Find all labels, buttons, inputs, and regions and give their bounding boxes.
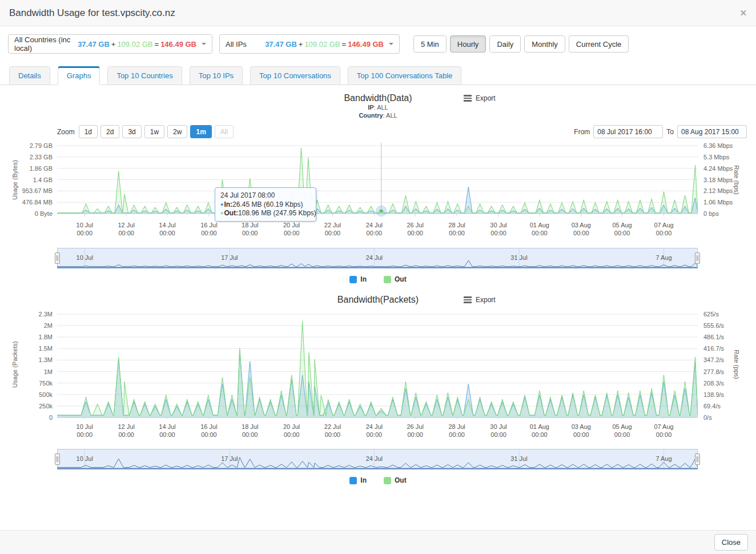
y-axis-left-title: Usage (Bytes) <box>11 160 18 200</box>
y-axis-left-tick: 1.5M <box>2 344 53 352</box>
navigator-label: 24 Jul <box>366 455 383 462</box>
legend-swatch-icon <box>349 276 357 283</box>
tab-top-100-conversations-table[interactable]: Top 100 Conversations Table <box>348 66 461 85</box>
zoom-button-3d[interactable]: 3d <box>122 125 141 138</box>
y-axis-left-tick: 1.8M <box>2 333 53 341</box>
y-axis-right-tick: 2.12 Mbps <box>703 187 733 195</box>
y-axis-right-tick: 416.7/s <box>703 344 724 352</box>
period-button-current-cycle[interactable]: Current Cycle <box>569 35 629 53</box>
close-button[interactable]: Close <box>714 534 748 551</box>
to-date-input[interactable] <box>677 125 747 138</box>
y-axis-right-tick: 69.4/s <box>703 402 721 410</box>
y-axis-left-tick: 250k <box>2 402 53 410</box>
tab-details[interactable]: Details <box>9 66 50 85</box>
y-axis-right-tick: 486.1/s <box>703 333 724 341</box>
chevron-down-icon <box>389 43 393 45</box>
x-axis-tick-label: 05 Aug00:00 <box>598 423 646 439</box>
out-total-value: 109.02 GB <box>304 40 340 49</box>
plot-canvas[interactable] <box>57 142 698 220</box>
navigator-handle-right[interactable] <box>695 453 700 465</box>
y-axis-right-tick: 347.2/s <box>703 356 724 364</box>
period-button-5-min[interactable]: 5 Min <box>413 35 447 53</box>
navigator-handle-left[interactable] <box>55 453 60 465</box>
x-axis-tick-label: 01 Aug00:00 <box>516 423 564 439</box>
y-axis-right-tick: 138.9/s <box>703 391 724 399</box>
legend-swatch-icon <box>349 477 357 484</box>
chart-head: Bandwidth(Data) Export <box>0 93 756 103</box>
tab-top-10-countries[interactable]: Top 10 Countries <box>107 66 182 85</box>
legend-item-out[interactable]: Out <box>384 476 407 484</box>
x-axis-tick-label: 10 Jul00:00 <box>61 221 108 237</box>
export-menu-button[interactable]: Export <box>464 296 496 304</box>
x-axis-tick-label: 26 Jul00:00 <box>391 221 439 237</box>
zoom-row: Zoom 1d2d3d1w2w1mAll From To <box>57 125 747 138</box>
tab-bar: DetailsGraphsTop 10 CountriesTop 10 IPsT… <box>0 66 756 85</box>
range-navigator[interactable]: 10 Jul17 Jul24 Jul31 Jul7 Aug <box>57 248 698 268</box>
from-date-input[interactable] <box>593 125 663 138</box>
zoom-button-1d[interactable]: 1d <box>79 125 98 138</box>
legend-swatch-icon <box>384 276 391 283</box>
period-button-monthly[interactable]: Monthly <box>524 35 565 53</box>
x-axis-tick-label: 18 Jul00:00 <box>226 423 274 439</box>
ips-filter-values: 37.47 GB+ 109.02 GB = 146.49 GB <box>265 40 393 49</box>
from-label: From <box>574 128 590 136</box>
bandwidth-data-chart-section: Bandwidth(Data) Export IP: ALL Country: … <box>0 93 756 283</box>
series-dot-icon: ● <box>220 202 223 207</box>
navigator-label: 10 Jul <box>77 455 93 462</box>
y-axis-right-title: Rate (pps) <box>733 350 740 379</box>
chart-head: Bandwidth(Packets) Export <box>0 295 756 305</box>
y-axis-right-tick: 3.18 Mbps <box>703 176 733 184</box>
export-label: Export <box>476 296 496 304</box>
navigator-label: 31 Jul <box>510 254 527 261</box>
tab-top-10-conversations[interactable]: Top 10 Conversations <box>250 66 340 85</box>
chart-subtitle: IP: ALL Country: ALL <box>0 103 756 119</box>
zoom-button-1w[interactable]: 1w <box>144 125 164 138</box>
range-navigator[interactable]: 10 Jul17 Jul24 Jul31 Jul7 Aug <box>57 449 698 469</box>
y-axis-left-tick: 1.3M <box>2 356 53 364</box>
x-axis-tick-label: 01 Aug00:00 <box>516 221 564 237</box>
x-axis-tick-label: 18 Jul00:00 <box>226 221 274 237</box>
countries-filter-dropdown[interactable]: All Countries (inc local) 37.47 GB+ 109.… <box>8 34 212 54</box>
legend-item-in[interactable]: In <box>349 275 367 283</box>
hamburger-icon <box>464 95 472 102</box>
navigator-label: 31 Jul <box>510 455 527 462</box>
period-button-hourly[interactable]: Hourly <box>450 35 486 53</box>
series-dot-icon: ● <box>220 210 223 216</box>
legend-item-out[interactable]: Out <box>384 275 407 283</box>
y-axis-left-tick: 0 <box>2 414 53 421</box>
legend-item-in[interactable]: In <box>349 476 367 484</box>
period-button-group: 5 MinHourlyDailyMonthlyCurrent Cycle <box>413 35 629 53</box>
y-axis-left-tick: 0 Byte <box>2 210 53 218</box>
tooltip-title: 24 Jul 2017 08:00 <box>220 191 311 199</box>
period-button-daily[interactable]: Daily <box>489 35 521 53</box>
navigator-handle-left[interactable] <box>55 252 60 264</box>
in-total-value: 37.47 GB <box>78 40 110 49</box>
modal-title: Bandwidth Usage for test.vpscity.co.nz <box>9 7 175 19</box>
navigator-handle-right[interactable] <box>695 252 700 264</box>
tooltip-rows: ●In:26.45 MB (60.19 Kbps)●Out:108.96 MB … <box>220 200 311 218</box>
bandwidth-packets-chart-section: Bandwidth(Packets) Export 2.3M2M1.8M1.5M… <box>0 295 756 484</box>
plot-canvas[interactable] <box>57 310 698 421</box>
close-icon[interactable]: ✕ <box>739 8 747 18</box>
combined-total-value: 146.49 GB <box>348 40 384 49</box>
zoom-button-2d[interactable]: 2d <box>100 125 119 138</box>
x-axis-tick-label: 26 Jul00:00 <box>391 423 439 439</box>
hamburger-icon <box>464 296 472 303</box>
zoom-button-1m[interactable]: 1m <box>190 125 211 138</box>
tab-graphs[interactable]: Graphs <box>58 66 100 85</box>
chart-legend: InOut <box>0 476 756 484</box>
navigator-label: 24 Jul <box>366 254 383 261</box>
plus-sign: + <box>299 40 303 49</box>
ips-filter-dropdown[interactable]: All IPs 37.47 GB+ 109.02 GB = 146.49 GB <box>219 34 400 54</box>
tab-top-10-ips[interactable]: Top 10 IPs <box>190 66 243 85</box>
chart-title: Bandwidth(Data) <box>0 93 756 103</box>
y-axis-left-title: Usage (Packets) <box>11 341 18 387</box>
zoom-button-2w[interactable]: 2w <box>167 125 187 138</box>
x-axis-tick-label: 14 Jul00:00 <box>143 221 191 237</box>
navigator-label: 7 Aug <box>656 254 671 261</box>
x-axis-tick-label: 05 Aug00:00 <box>598 221 646 237</box>
export-menu-button[interactable]: Export <box>464 94 496 102</box>
y-axis-right-tick: 625/s <box>703 310 719 318</box>
y-axis-right-tick: 6.36 Mbps <box>703 142 733 150</box>
y-axis-left-tick: 500k <box>2 391 53 399</box>
